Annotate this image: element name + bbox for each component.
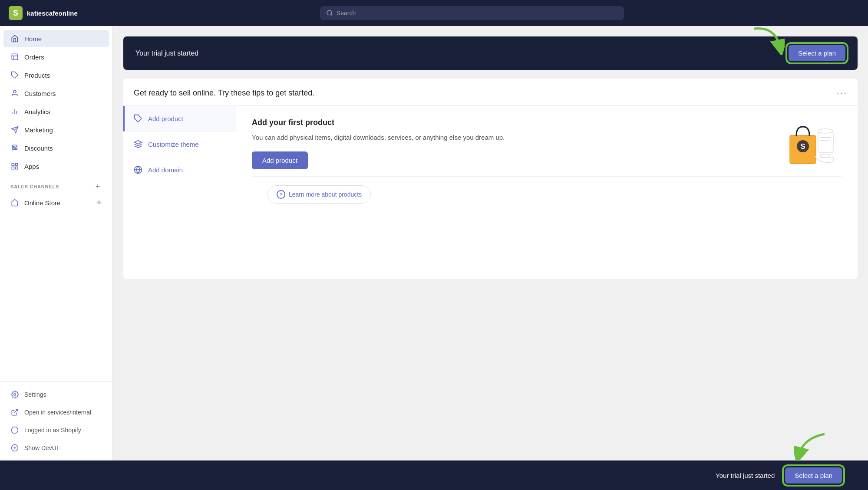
home-label: Home xyxy=(24,35,42,43)
online-store-label: Online Store xyxy=(24,199,60,207)
learn-more-section: ? Learn more about products xyxy=(252,176,842,212)
devui-icon xyxy=(10,444,19,452)
svg-rect-34 xyxy=(820,140,829,141)
svg-rect-2 xyxy=(12,54,18,60)
discounts-icon xyxy=(10,144,19,152)
tips-card: Get ready to sell online. Try these tips… xyxy=(123,79,858,279)
svg-point-19 xyxy=(12,427,18,434)
tips-body: Add product Customize theme Add domain xyxy=(123,105,858,279)
products-icon xyxy=(10,71,19,79)
external-link-icon xyxy=(10,408,19,417)
main-content: Your trial just started Select a plan xyxy=(113,26,868,460)
show-devui-label: Show DevUI xyxy=(24,444,58,451)
select-plan-button-top[interactable]: Select a plan xyxy=(789,45,845,61)
bottom-trial-bar: Your trial just started Select a plan xyxy=(0,460,868,490)
sidebar-item-customers[interactable]: Customers xyxy=(3,85,109,102)
select-plan-button-bottom[interactable]: Select a plan xyxy=(785,467,842,483)
customers-label: Customers xyxy=(24,90,56,97)
sidebar-item-marketing[interactable]: Marketing xyxy=(3,121,109,138)
top-navigation: S katiescafeonline Search xyxy=(0,0,868,26)
add-product-cta-button[interactable]: Add product xyxy=(252,151,308,169)
sales-channels-section: SALES CHANNELS + xyxy=(0,175,112,194)
tips-header: Get ready to sell online. Try these tips… xyxy=(123,79,858,105)
online-store-visibility-icon[interactable]: 👁 xyxy=(96,199,102,206)
orders-label: Orders xyxy=(24,53,44,61)
add-domain-tip-icon xyxy=(133,165,143,174)
sidebar-item-settings[interactable]: Settings xyxy=(3,386,109,403)
products-label: Products xyxy=(24,72,50,79)
tip-item-add-domain[interactable]: Add domain xyxy=(123,157,236,182)
svg-line-18 xyxy=(14,409,18,413)
svg-point-32 xyxy=(818,129,833,133)
sidebar-item-show-devui[interactable]: Show DevUI xyxy=(3,439,109,457)
sidebar: Home Orders Products Customers Analytics xyxy=(0,26,113,460)
product-illustration: S xyxy=(781,118,842,170)
svg-rect-33 xyxy=(820,137,831,138)
learn-more-icon: ? xyxy=(277,190,285,199)
bottom-trial-text: Your trial just started xyxy=(716,472,775,479)
customize-theme-tip-label: Customize theme xyxy=(148,141,199,148)
analytics-label: Analytics xyxy=(24,108,50,115)
user-circle-icon xyxy=(10,426,19,434)
svg-rect-14 xyxy=(16,163,18,165)
sidebar-bottom: Settings Open in services/internal Logge… xyxy=(0,381,112,460)
sales-channels-label: SALES CHANNELS xyxy=(10,184,59,189)
home-icon xyxy=(10,34,19,43)
sidebar-item-analytics[interactable]: Analytics xyxy=(3,103,109,120)
brand-logo[interactable]: S katiescafeonline xyxy=(9,6,78,20)
apps-icon xyxy=(10,162,19,171)
learn-more-label: Learn more about products xyxy=(289,191,362,198)
learn-more-button[interactable]: ? Learn more about products xyxy=(267,185,371,204)
sidebar-item-apps[interactable]: Apps xyxy=(3,158,109,175)
svg-point-6 xyxy=(13,90,16,93)
tip-content-description: You can add physical items, digital down… xyxy=(252,132,771,143)
tips-menu-button[interactable]: ··· xyxy=(837,87,847,99)
sidebar-item-products[interactable]: Products xyxy=(3,66,109,84)
svg-rect-13 xyxy=(12,163,14,165)
svg-rect-16 xyxy=(16,167,18,169)
svg-point-17 xyxy=(14,394,16,396)
tip-active-content: Add your first product You can add physi… xyxy=(236,106,858,279)
add-sales-channel-button[interactable]: + xyxy=(93,182,102,191)
add-domain-tip-label: Add domain xyxy=(148,166,183,174)
tip-item-customize-theme[interactable]: Customize theme xyxy=(123,132,236,157)
trial-banner-top: Your trial just started Select a plan xyxy=(123,36,858,70)
tip-item-add-product[interactable]: Add product xyxy=(123,106,236,132)
sidebar-item-open-internal[interactable]: Open in services/internal xyxy=(3,404,109,421)
svg-rect-35 xyxy=(820,154,830,158)
discounts-label: Discounts xyxy=(24,145,53,152)
customize-theme-tip-icon xyxy=(133,139,143,149)
tips-title: Get ready to sell online. Try these tips… xyxy=(134,89,314,98)
tip-content-title: Add your first product xyxy=(252,118,771,127)
body-layout: Home Orders Products Customers Analytics xyxy=(0,26,868,460)
open-internal-label: Open in services/internal xyxy=(24,409,91,416)
svg-text:S: S xyxy=(801,143,805,150)
sidebar-item-discounts[interactable]: Discounts xyxy=(3,139,109,157)
svg-rect-15 xyxy=(12,167,14,169)
sidebar-item-orders[interactable]: Orders xyxy=(3,48,109,66)
sidebar-item-home[interactable]: Home xyxy=(3,30,109,47)
settings-label: Settings xyxy=(24,391,46,398)
marketing-label: Marketing xyxy=(24,126,53,134)
customers-icon xyxy=(10,89,19,98)
bottom-select-plan-wrapper: Select a plan xyxy=(785,467,842,483)
add-product-tip-icon xyxy=(133,114,143,123)
green-arrow-top xyxy=(750,26,785,56)
svg-point-0 xyxy=(327,10,332,15)
marketing-icon xyxy=(10,125,19,134)
sidebar-item-online-store[interactable]: Online Store 👁 xyxy=(3,194,109,211)
trial-banner-text: Your trial just started xyxy=(135,49,198,57)
search-placeholder: Search xyxy=(337,10,356,16)
brand-name: katiescafeonline xyxy=(27,10,78,17)
search-icon xyxy=(326,10,333,16)
settings-icon xyxy=(10,390,19,399)
svg-line-1 xyxy=(331,14,332,16)
online-store-icon xyxy=(10,198,19,207)
sidebar-item-logged-in[interactable]: Logged in as Shopify xyxy=(3,421,109,439)
svg-rect-31 xyxy=(818,131,833,153)
tips-list: Add product Customize theme Add domain xyxy=(123,106,236,279)
tip-content-inner: Add your first product You can add physi… xyxy=(252,118,842,170)
search-bar[interactable]: Search xyxy=(320,6,624,20)
tip-text-area: Add your first product You can add physi… xyxy=(252,118,771,169)
add-product-tip-label: Add product xyxy=(148,115,183,122)
